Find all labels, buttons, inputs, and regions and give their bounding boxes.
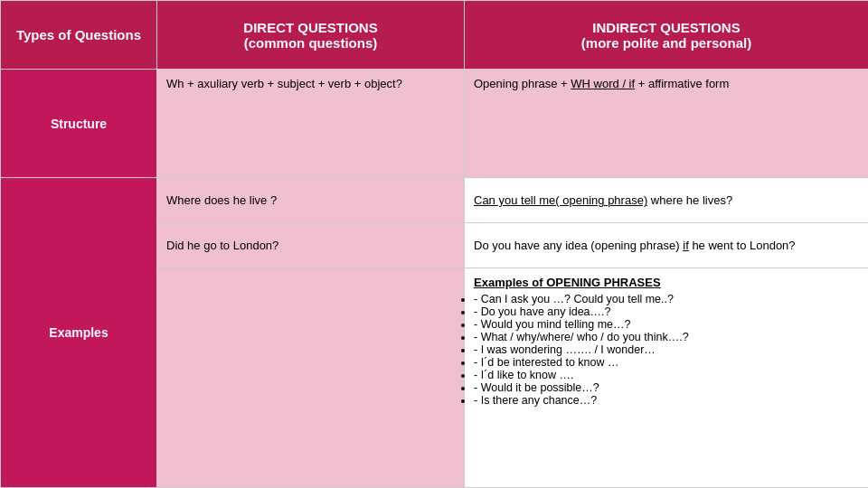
structure-indirect: Opening phrase + WH word / if + affirmat…: [465, 70, 869, 178]
list-item: - Would you mind telling me…?: [474, 318, 859, 331]
header-types-of-questions: Types of Questions: [1, 1, 157, 70]
indirect-questions-title-line2: (more polite and personal): [474, 35, 859, 51]
list-item: - What / why/where/ who / do you think….…: [474, 331, 859, 343]
opening-phrase-item-8: Would it be possible…?: [481, 381, 599, 394]
example-indirect-row1-text: Can you tell me( opening phrase) where h…: [474, 193, 732, 207]
header-direct-questions: DIRECT QUESTIONS (common questions): [157, 1, 465, 70]
list-item: - Can I ask you …? Could you tell me..?: [474, 293, 859, 305]
opening-phrases-list: - Can I ask you …? Could you tell me..? …: [474, 293, 859, 407]
opening-phrase-item-1: Can I ask you …? Could you tell me..?: [481, 293, 674, 305]
example-direct-extra: [157, 268, 465, 488]
opening-phrases-cell: Examples of OPENING PHRASES - Can I ask …: [465, 268, 869, 488]
example-indirect-row1: Can you tell me( opening phrase) where h…: [465, 178, 869, 223]
opening-phrase-item-7: I´d like to know ….: [481, 369, 574, 381]
structure-direct-text: Wh + axuliary verb + subject + verb + ob…: [166, 77, 402, 90]
example-direct-row2: Did he go to London?: [157, 223, 465, 268]
example-direct-row2-text: Did he go to London?: [166, 239, 278, 252]
direct-questions-title-line2: (common questions): [166, 35, 455, 51]
opening-phrase-item-9: Is there any chance…?: [481, 394, 598, 407]
list-item: - I was wondering ……. / I wonder…: [474, 343, 859, 356]
list-item: - Would it be possible…?: [474, 381, 859, 394]
indirect-questions-title-line1: INDIRECT QUESTIONS: [474, 20, 859, 35]
list-item: - Do you have any idea….?: [474, 305, 859, 318]
example-direct-row1-text: Where does he live ?: [166, 193, 277, 207]
opening-phrase-item-3: Would you mind telling me…?: [481, 318, 631, 331]
opening-phrase-item-2: Do you have any idea….?: [481, 305, 611, 318]
opening-phrase-item-4: What / why/where/ who / do you think….?: [481, 331, 689, 343]
opening-phrase-item-5: I was wondering ……. / I wonder…: [481, 343, 656, 356]
opening-phrase-item-6: I´d be interested to know …: [481, 356, 619, 369]
example-indirect-row2-text: Do you have any idea (opening phrase) if…: [474, 239, 796, 252]
direct-questions-title-line1: DIRECT QUESTIONS: [166, 20, 455, 35]
opening-phrases-title: Examples of OPENING PHRASES: [474, 276, 859, 289]
structure-indirect-text: Opening phrase + WH word / if + affirmat…: [474, 77, 729, 90]
list-item: - I´d be interested to know …: [474, 356, 859, 369]
header-indirect-questions: INDIRECT QUESTIONS (more polite and pers…: [465, 1, 869, 70]
examples-label-text: Examples: [49, 325, 108, 340]
examples-label: Examples: [1, 178, 157, 488]
list-item: - I´d like to know ….: [474, 369, 859, 381]
structure-label: Structure: [1, 70, 157, 178]
list-item: - Is there any chance…?: [474, 394, 859, 407]
example-indirect-row2: Do you have any idea (opening phrase) if…: [465, 223, 869, 268]
example-direct-row1: Where does he live ?: [157, 178, 465, 223]
structure-direct: Wh + axuliary verb + subject + verb + ob…: [157, 70, 465, 178]
